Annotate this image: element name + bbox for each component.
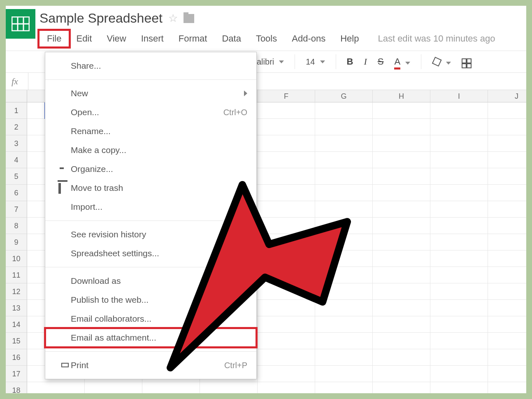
row-header[interactable]: 18	[6, 382, 27, 393]
cell[interactable]	[373, 300, 430, 316]
cell[interactable]	[488, 316, 526, 333]
folder-icon[interactable]	[184, 14, 194, 23]
cell[interactable]	[315, 267, 373, 283]
row-header[interactable]: 15	[6, 333, 27, 349]
row-header[interactable]: 6	[6, 185, 27, 201]
cell[interactable]	[315, 234, 373, 251]
cell[interactable]	[430, 300, 488, 316]
menu-share[interactable]: Share...	[45, 56, 256, 75]
cell[interactable]	[488, 152, 526, 168]
cell[interactable]	[430, 185, 488, 201]
column-header[interactable]: F	[258, 90, 315, 102]
cell[interactable]	[315, 102, 373, 119]
menu-insert[interactable]: Insert	[134, 31, 171, 46]
cell[interactable]	[488, 283, 526, 300]
menu-view[interactable]: View	[99, 31, 133, 46]
cell[interactable]	[315, 316, 373, 333]
cell[interactable]	[258, 201, 315, 218]
menu-move-to-trash[interactable]: Move to trash	[45, 179, 256, 197]
row-header[interactable]: 7	[6, 201, 27, 218]
cell[interactable]	[258, 218, 315, 234]
column-header[interactable]: G	[315, 90, 373, 102]
cell[interactable]	[430, 316, 488, 333]
row-header[interactable]: 9	[6, 234, 27, 251]
italic-button[interactable]: I	[360, 55, 371, 69]
menu-email-collaborators[interactable]: Email collaborators...	[45, 309, 256, 328]
column-header[interactable]: J	[488, 90, 526, 102]
row-header[interactable]: 4	[6, 152, 27, 168]
row-header[interactable]: 12	[6, 283, 27, 300]
column-header[interactable]: H	[373, 90, 430, 102]
menu-print[interactable]: Print Ctrl+P	[45, 356, 256, 375]
cell[interactable]	[373, 251, 430, 267]
cell[interactable]	[315, 349, 373, 366]
cell[interactable]	[430, 119, 488, 135]
cell[interactable]	[315, 168, 373, 185]
cell[interactable]	[315, 333, 373, 349]
cell[interactable]	[430, 168, 488, 185]
cell[interactable]	[488, 267, 526, 283]
cell[interactable]	[430, 283, 488, 300]
cell[interactable]	[373, 267, 430, 283]
cell[interactable]	[258, 185, 315, 201]
cell[interactable]	[373, 201, 430, 218]
cell[interactable]	[258, 168, 315, 185]
cell[interactable]	[258, 102, 315, 119]
cell[interactable]	[430, 267, 488, 283]
row-header[interactable]: 5	[6, 168, 27, 185]
cell[interactable]	[315, 382, 373, 393]
cell[interactable]	[85, 382, 142, 393]
cell[interactable]	[373, 349, 430, 366]
cell[interactable]	[200, 382, 258, 393]
cell[interactable]	[373, 218, 430, 234]
row-header[interactable]: 10	[6, 251, 27, 267]
document-title[interactable]: Sample Spreadsheet	[39, 11, 163, 26]
menu-rename[interactable]: Rename...	[45, 122, 256, 141]
cell[interactable]	[258, 366, 315, 382]
cell[interactable]	[373, 135, 430, 152]
cell[interactable]	[373, 283, 430, 300]
cell[interactable]	[258, 283, 315, 300]
cell[interactable]	[488, 218, 526, 234]
cell[interactable]	[373, 152, 430, 168]
menu-addons[interactable]: Add-ons	[284, 31, 333, 46]
menu-revision-history[interactable]: See revision history Ctrl+Alt	[45, 225, 256, 244]
cell[interactable]	[488, 168, 526, 185]
cell[interactable]	[430, 152, 488, 168]
cell[interactable]	[315, 251, 373, 267]
borders-button[interactable]	[458, 53, 476, 70]
cell[interactable]	[258, 119, 315, 135]
column-header[interactable]: I	[430, 90, 488, 102]
cell[interactable]	[430, 135, 488, 152]
cell[interactable]	[430, 251, 488, 267]
bold-button[interactable]: B	[343, 55, 358, 69]
cell[interactable]	[488, 349, 526, 366]
font-size-select[interactable]: 14	[302, 56, 329, 68]
cell[interactable]	[488, 185, 526, 201]
cell[interactable]	[430, 218, 488, 234]
row-header[interactable]: 13	[6, 300, 27, 316]
cell[interactable]	[258, 382, 315, 393]
text-color-button[interactable]: A	[390, 55, 414, 69]
row-header[interactable]: 1	[6, 102, 27, 119]
cell[interactable]	[488, 119, 526, 135]
cell[interactable]	[488, 251, 526, 267]
row-header[interactable]: 8	[6, 218, 27, 234]
cell[interactable]	[315, 218, 373, 234]
cell[interactable]	[315, 152, 373, 168]
row-header[interactable]: 2	[6, 119, 27, 135]
cell[interactable]	[258, 349, 315, 366]
cell[interactable]	[488, 102, 526, 119]
cell[interactable]	[373, 119, 430, 135]
font-select[interactable]: alibri	[253, 56, 288, 68]
cell[interactable]	[430, 382, 488, 393]
cell[interactable]	[488, 300, 526, 316]
menu-spreadsheet-settings[interactable]: Spreadsheet settings...	[45, 244, 256, 263]
cell[interactable]	[488, 201, 526, 218]
cell[interactable]	[430, 349, 488, 366]
menu-format[interactable]: Format	[171, 31, 215, 46]
menu-file[interactable]: File	[39, 31, 69, 46]
cell[interactable]	[258, 234, 315, 251]
sheets-logo[interactable]	[6, 9, 35, 39]
last-edit-text[interactable]: Last edit was 10 minutes ago	[366, 33, 495, 44]
